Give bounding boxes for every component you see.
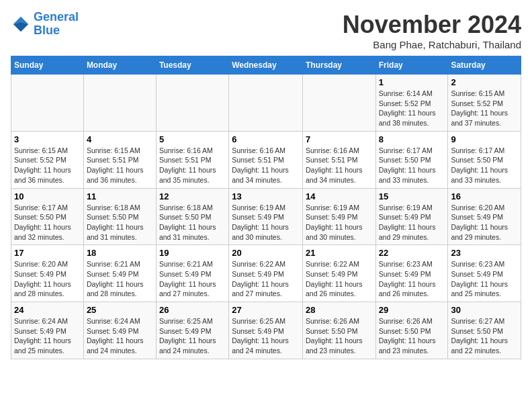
calendar-header-row: SundayMondayTuesdayWednesdayThursdayFrid…	[11, 56, 521, 75]
calendar-cell	[11, 75, 84, 132]
day-number: 14	[306, 191, 373, 201]
day-number: 10	[14, 191, 81, 201]
logo-icon	[11, 14, 31, 34]
day-info: Sunrise: 6:15 AM Sunset: 5:52 PM Dayligh…	[14, 146, 81, 185]
location-subtitle: Bang Phae, Ratchaburi, Thailand	[343, 39, 521, 50]
day-info: Sunrise: 6:24 AM Sunset: 5:49 PM Dayligh…	[87, 316, 153, 356]
calendar-cell: 13Sunrise: 6:19 AM Sunset: 5:49 PM Dayli…	[229, 188, 303, 245]
day-number: 24	[14, 305, 81, 315]
day-info: Sunrise: 6:25 AM Sunset: 5:49 PM Dayligh…	[232, 316, 300, 356]
day-number: 16	[451, 191, 518, 201]
calendar-cell: 5Sunrise: 6:16 AM Sunset: 5:51 PM Daylig…	[156, 131, 228, 188]
calendar-cell: 16Sunrise: 6:20 AM Sunset: 5:49 PM Dayli…	[448, 188, 521, 245]
day-info: Sunrise: 6:17 AM Sunset: 5:50 PM Dayligh…	[14, 203, 81, 242]
day-info: Sunrise: 6:16 AM Sunset: 5:51 PM Dayligh…	[306, 146, 373, 185]
page-header: General Blue November 2024 Bang Phae, Ra…	[11, 11, 521, 50]
day-number: 17	[14, 248, 81, 258]
day-number: 15	[379, 191, 445, 201]
calendar-cell: 9Sunrise: 6:17 AM Sunset: 5:50 PM Daylig…	[448, 131, 521, 188]
weekday-header: Monday	[83, 56, 156, 75]
day-number: 27	[232, 305, 300, 315]
day-number: 12	[159, 191, 226, 201]
day-info: Sunrise: 6:23 AM Sunset: 5:49 PM Dayligh…	[379, 259, 445, 299]
calendar-cell: 23Sunrise: 6:23 AM Sunset: 5:49 PM Dayli…	[448, 245, 521, 302]
day-number: 25	[87, 305, 153, 315]
weekday-header: Wednesday	[229, 56, 303, 75]
day-info: Sunrise: 6:20 AM Sunset: 5:49 PM Dayligh…	[14, 259, 81, 299]
calendar-cell: 29Sunrise: 6:26 AM Sunset: 5:50 PM Dayli…	[375, 302, 448, 359]
calendar-cell: 27Sunrise: 6:25 AM Sunset: 5:49 PM Dayli…	[229, 302, 303, 359]
calendar-cell: 25Sunrise: 6:24 AM Sunset: 5:49 PM Dayli…	[83, 302, 156, 359]
calendar-week-row: 17Sunrise: 6:20 AM Sunset: 5:49 PM Dayli…	[11, 245, 521, 302]
calendar-cell: 20Sunrise: 6:22 AM Sunset: 5:49 PM Dayli…	[229, 245, 303, 302]
calendar-table: SundayMondayTuesdayWednesdayThursdayFrid…	[11, 56, 521, 359]
day-number: 4	[87, 134, 153, 144]
day-info: Sunrise: 6:19 AM Sunset: 5:49 PM Dayligh…	[379, 203, 445, 242]
calendar-cell: 2Sunrise: 6:15 AM Sunset: 5:52 PM Daylig…	[448, 75, 521, 132]
calendar-cell: 11Sunrise: 6:18 AM Sunset: 5:50 PM Dayli…	[83, 188, 156, 245]
calendar-cell	[302, 75, 375, 132]
calendar-cell: 6Sunrise: 6:16 AM Sunset: 5:51 PM Daylig…	[229, 131, 303, 188]
day-info: Sunrise: 6:18 AM Sunset: 5:50 PM Dayligh…	[87, 203, 153, 242]
day-number: 26	[159, 305, 226, 315]
day-number: 30	[451, 305, 518, 315]
weekday-header: Sunday	[11, 56, 84, 75]
day-number: 6	[232, 134, 300, 144]
calendar-cell: 8Sunrise: 6:17 AM Sunset: 5:50 PM Daylig…	[375, 131, 448, 188]
month-title: November 2024	[343, 11, 521, 39]
day-info: Sunrise: 6:22 AM Sunset: 5:49 PM Dayligh…	[232, 259, 300, 299]
day-number: 29	[379, 305, 445, 315]
day-info: Sunrise: 6:20 AM Sunset: 5:49 PM Dayligh…	[451, 203, 518, 242]
title-block: November 2024 Bang Phae, Ratchaburi, Tha…	[343, 11, 521, 50]
day-number: 3	[14, 134, 81, 144]
day-number: 9	[451, 134, 518, 144]
day-info: Sunrise: 6:21 AM Sunset: 5:49 PM Dayligh…	[87, 259, 153, 299]
day-info: Sunrise: 6:16 AM Sunset: 5:51 PM Dayligh…	[159, 146, 226, 185]
logo: General Blue	[11, 11, 79, 38]
calendar-cell: 22Sunrise: 6:23 AM Sunset: 5:49 PM Dayli…	[375, 245, 448, 302]
day-info: Sunrise: 6:24 AM Sunset: 5:49 PM Dayligh…	[14, 316, 81, 356]
calendar-cell: 24Sunrise: 6:24 AM Sunset: 5:49 PM Dayli…	[11, 302, 84, 359]
calendar-cell: 15Sunrise: 6:19 AM Sunset: 5:49 PM Dayli…	[375, 188, 448, 245]
day-number: 21	[306, 248, 373, 258]
day-number: 2	[451, 77, 518, 87]
day-number: 23	[451, 248, 518, 258]
day-info: Sunrise: 6:22 AM Sunset: 5:49 PM Dayligh…	[306, 259, 373, 299]
day-info: Sunrise: 6:19 AM Sunset: 5:49 PM Dayligh…	[306, 203, 373, 242]
calendar-cell: 26Sunrise: 6:25 AM Sunset: 5:49 PM Dayli…	[156, 302, 228, 359]
weekday-header: Tuesday	[156, 56, 228, 75]
calendar-cell: 10Sunrise: 6:17 AM Sunset: 5:50 PM Dayli…	[11, 188, 84, 245]
calendar-cell	[156, 75, 228, 132]
day-info: Sunrise: 6:18 AM Sunset: 5:50 PM Dayligh…	[159, 203, 226, 242]
calendar-cell	[229, 75, 303, 132]
day-number: 20	[232, 248, 300, 258]
calendar-cell	[83, 75, 156, 132]
calendar-cell: 12Sunrise: 6:18 AM Sunset: 5:50 PM Dayli…	[156, 188, 228, 245]
day-info: Sunrise: 6:16 AM Sunset: 5:51 PM Dayligh…	[232, 146, 300, 185]
calendar-week-row: 10Sunrise: 6:17 AM Sunset: 5:50 PM Dayli…	[11, 188, 521, 245]
day-number: 18	[87, 248, 153, 258]
day-info: Sunrise: 6:15 AM Sunset: 5:51 PM Dayligh…	[87, 146, 153, 185]
calendar-cell: 1Sunrise: 6:14 AM Sunset: 5:52 PM Daylig…	[375, 75, 448, 132]
calendar-cell: 4Sunrise: 6:15 AM Sunset: 5:51 PM Daylig…	[83, 131, 156, 188]
day-number: 8	[379, 134, 445, 144]
calendar-cell: 18Sunrise: 6:21 AM Sunset: 5:49 PM Dayli…	[83, 245, 156, 302]
calendar-week-row: 1Sunrise: 6:14 AM Sunset: 5:52 PM Daylig…	[11, 75, 521, 132]
day-info: Sunrise: 6:19 AM Sunset: 5:49 PM Dayligh…	[232, 203, 300, 242]
calendar-cell: 28Sunrise: 6:26 AM Sunset: 5:50 PM Dayli…	[302, 302, 375, 359]
day-number: 13	[232, 191, 300, 201]
day-info: Sunrise: 6:23 AM Sunset: 5:49 PM Dayligh…	[451, 259, 518, 299]
calendar-cell: 30Sunrise: 6:27 AM Sunset: 5:50 PM Dayli…	[448, 302, 521, 359]
calendar-cell: 17Sunrise: 6:20 AM Sunset: 5:49 PM Dayli…	[11, 245, 84, 302]
day-number: 28	[306, 305, 373, 315]
calendar-cell: 14Sunrise: 6:19 AM Sunset: 5:49 PM Dayli…	[302, 188, 375, 245]
day-number: 7	[306, 134, 373, 144]
day-number: 22	[379, 248, 445, 258]
day-info: Sunrise: 6:21 AM Sunset: 5:49 PM Dayligh…	[159, 259, 226, 299]
logo-text: General Blue	[34, 11, 79, 38]
calendar-week-row: 24Sunrise: 6:24 AM Sunset: 5:49 PM Dayli…	[11, 302, 521, 359]
weekday-header: Thursday	[302, 56, 375, 75]
day-info: Sunrise: 6:14 AM Sunset: 5:52 PM Dayligh…	[379, 89, 445, 128]
calendar-cell: 19Sunrise: 6:21 AM Sunset: 5:49 PM Dayli…	[156, 245, 228, 302]
day-info: Sunrise: 6:26 AM Sunset: 5:50 PM Dayligh…	[379, 316, 445, 356]
